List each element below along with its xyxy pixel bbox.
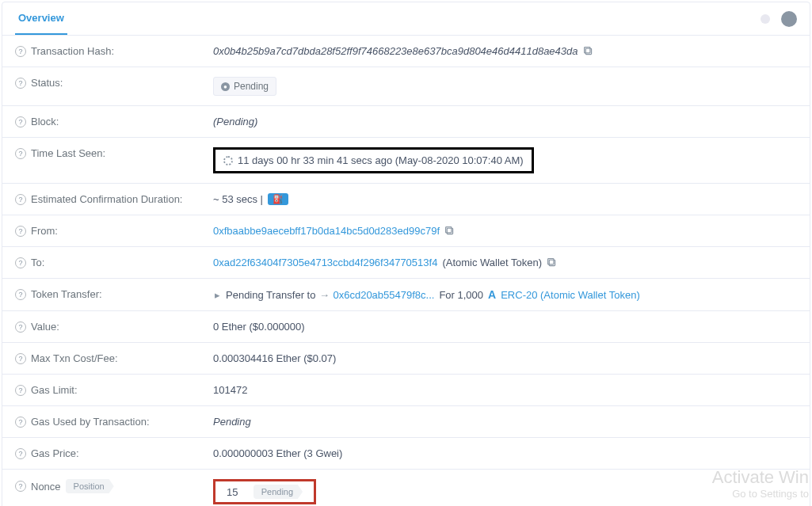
transaction-card: Overview ? Transaction Hash: 0x0b4b25b9a… [2, 2, 810, 506]
row-block: ? Block: (Pending) [2, 106, 810, 138]
block-value: (Pending) [213, 116, 257, 127]
row-token-transfer: ? Token Transfer: ▸ Pending Transfer to … [2, 279, 810, 311]
status-badge: ● Pending [213, 77, 276, 96]
nonce-value: 15 [227, 486, 238, 498]
row-time-last-seen: ? Time Last Seen: 11 days 00 hr 33 min 4… [2, 138, 810, 184]
indicator-dot-small [761, 14, 770, 24]
label-block: Block: [31, 116, 59, 127]
help-icon[interactable]: ? [15, 194, 26, 205]
to-name: (Atomic Wallet Token) [442, 257, 542, 268]
row-txn-hash: ? Transaction Hash: 0x0b4b25b9a7cd7dbda2… [2, 36, 810, 67]
tab-overview[interactable]: Overview [15, 2, 67, 35]
clock-icon: ● [221, 82, 230, 91]
transfer-address-link[interactable]: 0x6cd20ab55479f8c... [333, 289, 434, 301]
label-from: From: [31, 225, 58, 237]
help-icon[interactable]: ? [15, 148, 26, 159]
indicator-dot-large[interactable] [781, 11, 797, 27]
tab-right-controls [761, 11, 797, 27]
row-est-conf: ? Estimated Confirmation Duration: ~ 53 … [2, 184, 810, 215]
details-rows: ? Transaction Hash: 0x0b4b25b9a7cd7dbda2… [2, 36, 810, 506]
txn-hash-value: 0x0b4b25b9a7cd7dbda28f52ff9f74668223e8e6… [213, 45, 578, 57]
from-address-link[interactable]: 0xfbaabbe9aecebff17b0da14bc5d0d283ed99c7… [213, 225, 440, 237]
row-from: ? From: 0xfbaabbe9aecebff17b0da14bc5d0d2… [2, 215, 810, 247]
copy-icon[interactable] [547, 257, 557, 268]
label-value: Value: [31, 321, 59, 333]
gas-price-value: 0.000000003 Ether (3 Gwei) [213, 447, 342, 459]
help-icon[interactable]: ? [15, 226, 26, 237]
label-time-last-seen: Time Last Seen: [31, 147, 105, 159]
caret-right-icon: ▸ [213, 291, 221, 299]
value-amount: 0 Ether ($0.000000) [213, 321, 305, 333]
gas-tracker-icon[interactable]: ⛽ [268, 193, 288, 205]
transfer-for: For 1,000 [439, 289, 483, 301]
erc20-link[interactable]: ERC-20 (Atomic Wallet Token) [501, 289, 640, 301]
row-nonce: ? Nonce Position 15 Pending [2, 470, 810, 506]
help-icon[interactable]: ? [15, 289, 26, 300]
gas-limit-value: 101472 [213, 384, 247, 396]
copy-icon[interactable] [444, 226, 455, 236]
row-gas-used: ? Gas Used by Transaction: Pending [2, 406, 810, 438]
row-status: ? Status: ● Pending [2, 67, 810, 106]
row-gas-limit: ? Gas Limit: 101472 [2, 375, 810, 406]
to-address-link[interactable]: 0xad22f63404f7305e4713ccbd4f296f34770513… [213, 257, 437, 268]
help-icon[interactable]: ? [15, 116, 26, 127]
gas-used-value: Pending [213, 416, 251, 428]
spinner-icon [223, 156, 233, 165]
time-last-seen-highlight: 11 days 00 hr 33 min 41 secs ago (May-08… [213, 147, 534, 173]
max-txn-value: 0.000304416 Ether ($0.07) [213, 352, 336, 364]
label-gas-limit: Gas Limit: [31, 384, 78, 396]
label-status: Status: [31, 77, 63, 89]
row-to: ? To: 0xad22f63404f7305e4713ccbd4f296f34… [2, 247, 810, 279]
status-text: Pending [234, 81, 269, 92]
help-icon[interactable]: ? [15, 481, 26, 492]
help-icon[interactable]: ? [15, 353, 26, 364]
token-logo-icon: A [488, 288, 496, 301]
time-last-seen-value: 11 days 00 hr 33 min 41 secs ago (May-08… [238, 154, 524, 166]
label-to: To: [31, 257, 44, 268]
label-est-conf: Estimated Confirmation Duration: [31, 193, 182, 205]
row-gas-price: ? Gas Price: 0.000000003 Ether (3 Gwei) [2, 438, 810, 470]
help-icon[interactable]: ? [15, 448, 26, 459]
label-gas-used: Gas Used by Transaction: [31, 416, 150, 428]
arrow-right-icon: → [320, 291, 328, 299]
label-txn-hash: Transaction Hash: [31, 45, 114, 57]
help-icon[interactable]: ? [15, 46, 26, 57]
est-conf-value: ~ 53 secs | [213, 193, 263, 205]
row-value: ? Value: 0 Ether ($0.000000) [2, 311, 810, 343]
help-icon[interactable]: ? [15, 257, 26, 268]
label-token-transfer: Token Transfer: [31, 288, 102, 300]
transfer-prefix: Pending Transfer to [226, 289, 315, 301]
label-nonce: Nonce [31, 481, 61, 493]
nonce-highlight: 15 Pending [213, 479, 316, 504]
nonce-pending-pill: Pending [254, 485, 303, 499]
tab-bar: Overview [2, 2, 810, 36]
help-icon[interactable]: ? [15, 417, 26, 428]
help-icon[interactable]: ? [15, 385, 26, 396]
label-max-txn: Max Txn Cost/Fee: [31, 352, 118, 364]
row-max-txn: ? Max Txn Cost/Fee: 0.000304416 Ether ($… [2, 343, 810, 375]
help-icon[interactable]: ? [15, 321, 26, 333]
label-gas-price: Gas Price: [31, 447, 79, 459]
copy-icon[interactable] [583, 46, 593, 56]
help-icon[interactable]: ? [15, 78, 26, 89]
position-pill: Position [66, 479, 114, 493]
